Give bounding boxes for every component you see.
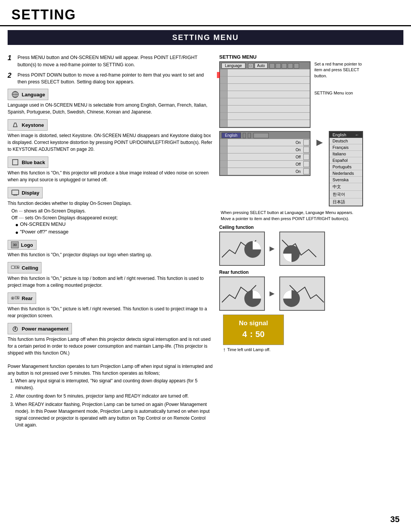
menu-icon-box-4 [288, 63, 293, 69]
menu-screenshot: Language □ Auto [219, 61, 311, 128]
rear-arrow-icon: ► [268, 289, 276, 299]
second-row-3: Off [220, 153, 310, 161]
rear-label: Rear [22, 296, 33, 301]
menu-row-1-icon [220, 77, 228, 83]
second-row-5-btn [303, 168, 309, 174]
language-label: Language [22, 92, 45, 97]
ceiling-section: Ceiling function ► [219, 225, 403, 266]
second-row-2-btn [303, 147, 309, 153]
second-row-5-icon [220, 168, 228, 175]
rear-header: Rear [8, 292, 36, 304]
menu-annotation2: SETTING Menu icon [314, 90, 364, 96]
display-bullet-1: ● ON-SCREEN MENU [15, 221, 213, 229]
menu-auto-box: □ [248, 63, 253, 69]
second-menu-sep1 [243, 133, 246, 138]
pm-step-2: After counting down for 5 minutes, proje… [15, 393, 213, 399]
svg-marker-4 [13, 123, 17, 127]
menu-row-4 [220, 98, 310, 105]
logo-label: Logo [21, 242, 33, 248]
display-bullet-2-text: "Power off?" message [20, 229, 68, 235]
menu-row-3-content [228, 91, 310, 98]
lang-english-text: English [333, 133, 346, 137]
second-row-3-val: Off [293, 155, 303, 160]
step-2: 2 Press POINT DOWN button to move a red-… [8, 72, 213, 86]
menu-row-5 [220, 105, 310, 113]
second-row-3-icon [220, 153, 228, 160]
feature-blue-back: Blue back When this function is "On," th… [8, 157, 213, 183]
second-row-2-icon [220, 146, 228, 153]
power-management-list: When any input signal is interrupted, "N… [15, 377, 213, 428]
lang-item-japanese: 日本語 [330, 198, 362, 206]
menu-row-7 [220, 120, 310, 127]
ceiling-panel-pair: ► [219, 232, 403, 266]
power-management-desc1: This function turns Projection Lamp off … [8, 336, 213, 356]
feature-keystone: Keystone When image is distorted, select… [8, 119, 213, 153]
menu-row-2-icon [220, 84, 228, 91]
ceiling-panel-after [279, 232, 325, 266]
section-title: SETTING MENU [8, 30, 403, 45]
keystone-label: Keystone [22, 122, 44, 128]
lang-english-arrow: ← [355, 133, 359, 137]
language-header: Language [8, 89, 48, 100]
lang-item-espanol: Español [330, 157, 362, 164]
second-row-1: On [220, 139, 310, 146]
lang-item-chinese: 中文 [330, 183, 362, 191]
language-list: English ← Deutsch Français Italiano Espa… [329, 131, 363, 206]
menu-row-6 [220, 113, 310, 120]
menu-icon-boxes [269, 63, 299, 69]
no-signal-box: No signal 4：50 [223, 315, 284, 345]
bullet-icon-2: ● [15, 229, 18, 236]
step-1-text: Press MENU button and ON-SCREEN MENU wil… [18, 54, 213, 69]
rear-icon [11, 294, 19, 302]
second-row-4-icon [220, 161, 228, 168]
second-menu-screenshot: English On On [219, 131, 311, 176]
lang-item-portugues: Português [330, 164, 362, 170]
rear-panel-before [219, 276, 265, 311]
menu-row-1-content [228, 77, 310, 83]
lang-select-note-text: When pressing SELECT button at Language,… [221, 210, 353, 215]
menu-icon-box-1 [269, 63, 275, 69]
step-2-text: Press POINT DOWN button to move a red-fr… [18, 72, 213, 86]
ceiling-label: Ceiling [22, 265, 38, 271]
second-row-4-val: Off [293, 162, 303, 167]
svg-point-18 [14, 328, 16, 330]
menu-row-0-icon [220, 69, 228, 76]
second-row-5: On [220, 168, 310, 175]
ceiling-desc: When this function is "On," picture is t… [8, 275, 213, 289]
right-setting-menu-label: SETTING MENU [219, 54, 403, 60]
second-menu-topbar: English [220, 132, 310, 139]
logo-desc: When this function is "On," projector di… [8, 251, 213, 258]
menu-panel-wrap: Language □ Auto [219, 61, 311, 128]
blue-back-label: Blue back [22, 160, 45, 165]
menu-row-4-content [228, 98, 310, 105]
menu-topbar: Language □ Auto [220, 62, 310, 69]
ceiling-panel-before [219, 232, 265, 266]
pm-step-3: When READY indicator flashing, Projectio… [15, 401, 213, 428]
ceiling-circle-normal [243, 240, 262, 259]
second-row-3-btn [303, 154, 309, 160]
menu-row-5-icon [220, 105, 228, 112]
menu-row-5-content [228, 105, 310, 112]
second-row-5-val: On [293, 169, 303, 174]
power-management-icon [11, 324, 19, 333]
menu-row-2-content [228, 84, 310, 91]
feature-ceiling: Ceiling When this function is "On," pict… [8, 262, 213, 289]
rear-section: Rear function ► [219, 270, 403, 311]
step-1: 1 Press MENU button and ON-SCREEN MENU w… [8, 54, 213, 69]
rear-panel-pair: ► [219, 276, 403, 311]
arrow-right-icon: ► [314, 131, 325, 154]
display-bullet-1-text: ON-SCREEN MENU [20, 221, 65, 227]
second-row-1-content [228, 142, 293, 143]
language-desc: Language used in ON-SCREEN MENU is selec… [8, 102, 213, 115]
lang-select-note: When pressing SELECT button at Language,… [221, 210, 403, 215]
display-sub-off: Off ···· sets On-Screen Displays disappe… [11, 214, 213, 221]
display-label: Display [22, 190, 39, 196]
menu-rows-inner [220, 69, 310, 127]
display-header: Display [8, 187, 43, 198]
page-number: 35 [390, 514, 400, 524]
lang-item-korean: 한국어 [330, 191, 362, 198]
menu-tab-language: Language [221, 63, 245, 69]
menu-icon-box-3 [282, 63, 287, 69]
feature-display: Display This function decides whether to… [8, 187, 213, 236]
feature-language: Language Language used in ON-SCREEN MENU… [8, 89, 213, 115]
